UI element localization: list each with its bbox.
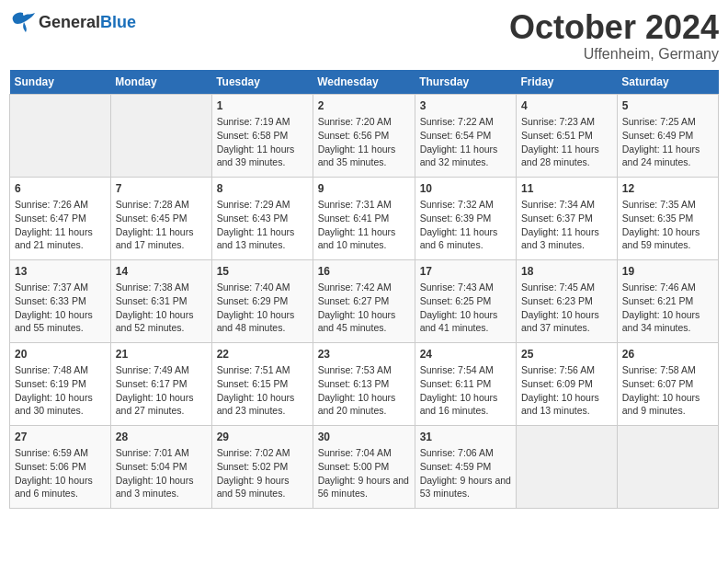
day-number: 28 xyxy=(116,430,207,445)
day-info: Sunset: 6:19 PM xyxy=(15,377,106,391)
day-info: Sunrise: 7:31 AM xyxy=(318,198,410,212)
day-info: Sunset: 6:33 PM xyxy=(15,294,106,308)
calendar-cell: 18Sunrise: 7:45 AMSunset: 6:23 PMDayligh… xyxy=(517,259,618,342)
calendar-week-2: 6Sunrise: 7:26 AMSunset: 6:47 PMDaylight… xyxy=(10,177,719,259)
calendar-cell: 16Sunrise: 7:42 AMSunset: 6:27 PMDayligh… xyxy=(313,259,415,342)
day-info: Sunrise: 7:34 AM xyxy=(521,198,612,212)
day-info: Sunrise: 7:29 AM xyxy=(217,198,308,212)
calendar-cell: 23Sunrise: 7:53 AMSunset: 6:13 PMDayligh… xyxy=(313,342,415,425)
logo: GeneralBlue xyxy=(9,9,136,35)
column-header-monday: Monday xyxy=(110,70,211,95)
day-info: Sunrise: 7:51 AM xyxy=(217,363,308,377)
day-info: Sunset: 6:15 PM xyxy=(217,377,308,391)
day-info: Sunset: 6:58 PM xyxy=(217,129,308,143)
day-info: Daylight: 10 hours and 37 minutes. xyxy=(521,308,612,335)
day-number: 16 xyxy=(318,264,410,280)
calendar-cell: 14Sunrise: 7:38 AMSunset: 6:31 PMDayligh… xyxy=(110,259,211,342)
calendar-table: SundayMondayTuesdayWednesdayThursdayFrid… xyxy=(9,70,719,509)
day-number: 29 xyxy=(217,430,308,445)
day-info: Daylight: 11 hours and 17 minutes. xyxy=(116,225,207,252)
page-header: GeneralBlue October 2024 Uffenheim, Germ… xyxy=(9,9,719,63)
day-info: Daylight: 11 hours and 13 minutes. xyxy=(217,225,308,252)
month-title: October 2024 xyxy=(509,9,719,46)
calendar-week-1: 1Sunrise: 7:19 AMSunset: 6:58 PMDaylight… xyxy=(10,94,719,177)
day-number: 26 xyxy=(622,347,713,362)
calendar-cell xyxy=(517,425,618,508)
day-info: Sunset: 6:35 PM xyxy=(622,212,713,225)
day-info: Sunrise: 7:19 AM xyxy=(217,115,308,129)
day-info: Sunset: 6:39 PM xyxy=(420,212,511,225)
day-info: Sunrise: 7:43 AM xyxy=(420,281,511,294)
day-info: Sunrise: 7:45 AM xyxy=(521,281,612,294)
day-info: Daylight: 11 hours and 10 minutes. xyxy=(318,225,410,252)
day-info: Sunrise: 7:28 AM xyxy=(116,198,207,212)
column-header-thursday: Thursday xyxy=(415,70,516,95)
column-header-saturday: Saturday xyxy=(617,70,718,95)
day-info: Daylight: 10 hours and 9 minutes. xyxy=(622,391,713,418)
column-header-friday: Friday xyxy=(517,70,618,95)
day-number: 27 xyxy=(15,430,106,445)
day-info: Daylight: 10 hours and 55 minutes. xyxy=(15,308,106,335)
location-title: Uffenheim, Germany xyxy=(509,46,719,63)
day-number: 11 xyxy=(521,181,612,197)
calendar-cell: 6Sunrise: 7:26 AMSunset: 6:47 PMDaylight… xyxy=(10,177,111,259)
day-info: Sunrise: 7:37 AM xyxy=(15,281,106,294)
day-info: Sunrise: 7:23 AM xyxy=(521,115,612,129)
day-number: 15 xyxy=(217,264,308,280)
day-info: Sunset: 6:11 PM xyxy=(420,377,511,391)
day-info: Sunset: 6:17 PM xyxy=(116,377,207,391)
day-info: Sunset: 6:43 PM xyxy=(217,212,308,225)
day-info: Daylight: 10 hours and 30 minutes. xyxy=(15,391,106,418)
day-info: Sunset: 5:02 PM xyxy=(217,460,308,474)
day-number: 30 xyxy=(318,430,410,445)
day-info: Sunrise: 7:22 AM xyxy=(420,115,511,129)
calendar-cell: 24Sunrise: 7:54 AMSunset: 6:11 PMDayligh… xyxy=(415,342,516,425)
calendar-cell: 11Sunrise: 7:34 AMSunset: 6:37 PMDayligh… xyxy=(517,177,618,259)
day-info: Sunrise: 7:35 AM xyxy=(622,198,713,212)
day-info: Sunset: 6:27 PM xyxy=(318,294,410,308)
day-info: Sunset: 5:06 PM xyxy=(15,460,106,474)
day-info: Sunset: 6:07 PM xyxy=(622,377,713,391)
day-info: Daylight: 10 hours and 20 minutes. xyxy=(318,391,410,418)
day-info: Sunrise: 7:32 AM xyxy=(420,198,511,212)
day-number: 4 xyxy=(521,98,612,114)
day-info: Sunrise: 7:53 AM xyxy=(318,363,410,377)
day-number: 25 xyxy=(521,347,612,362)
calendar-cell: 28Sunrise: 7:01 AMSunset: 5:04 PMDayligh… xyxy=(110,425,211,508)
calendar-cell xyxy=(110,94,211,177)
day-info: Sunset: 6:47 PM xyxy=(15,212,106,225)
day-info: Sunrise: 7:54 AM xyxy=(420,363,511,377)
calendar-cell: 7Sunrise: 7:28 AMSunset: 6:45 PMDaylight… xyxy=(110,177,211,259)
calendar-cell: 17Sunrise: 7:43 AMSunset: 6:25 PMDayligh… xyxy=(415,259,516,342)
day-info: Sunset: 4:59 PM xyxy=(420,460,511,474)
day-number: 20 xyxy=(15,347,106,362)
day-info: Daylight: 10 hours and 27 minutes. xyxy=(116,391,207,418)
calendar-cell: 13Sunrise: 7:37 AMSunset: 6:33 PMDayligh… xyxy=(10,259,111,342)
day-info: Daylight: 11 hours and 24 minutes. xyxy=(622,143,713,169)
day-info: Sunset: 6:13 PM xyxy=(318,377,410,391)
day-info: Sunset: 6:23 PM xyxy=(521,294,612,308)
day-info: Sunset: 6:31 PM xyxy=(116,294,207,308)
logo-blue: Blue xyxy=(100,13,136,31)
day-info: Sunrise: 7:46 AM xyxy=(622,281,713,294)
day-info: Daylight: 11 hours and 39 minutes. xyxy=(217,143,308,169)
day-info: Sunset: 6:51 PM xyxy=(521,129,612,143)
day-info: Daylight: 10 hours and 13 minutes. xyxy=(521,391,612,418)
day-number: 7 xyxy=(116,181,207,197)
day-number: 19 xyxy=(622,264,713,280)
day-info: Daylight: 9 hours and 56 minutes. xyxy=(318,474,410,500)
day-number: 22 xyxy=(217,347,308,362)
day-info: Sunrise: 7:48 AM xyxy=(15,363,106,377)
logo-text: GeneralBlue xyxy=(39,13,136,32)
day-info: Daylight: 11 hours and 3 minutes. xyxy=(521,225,612,252)
day-number: 9 xyxy=(318,181,410,197)
day-number: 18 xyxy=(521,264,612,280)
day-info: Sunrise: 7:40 AM xyxy=(217,281,308,294)
day-info: Daylight: 11 hours and 32 minutes. xyxy=(420,143,511,169)
day-info: Daylight: 10 hours and 45 minutes. xyxy=(318,308,410,335)
day-info: Sunrise: 6:59 AM xyxy=(15,446,106,460)
day-number: 17 xyxy=(420,264,511,280)
day-info: Sunrise: 7:20 AM xyxy=(318,115,410,129)
calendar-cell: 3Sunrise: 7:22 AMSunset: 6:54 PMDaylight… xyxy=(415,94,516,177)
day-number: 2 xyxy=(318,98,410,114)
